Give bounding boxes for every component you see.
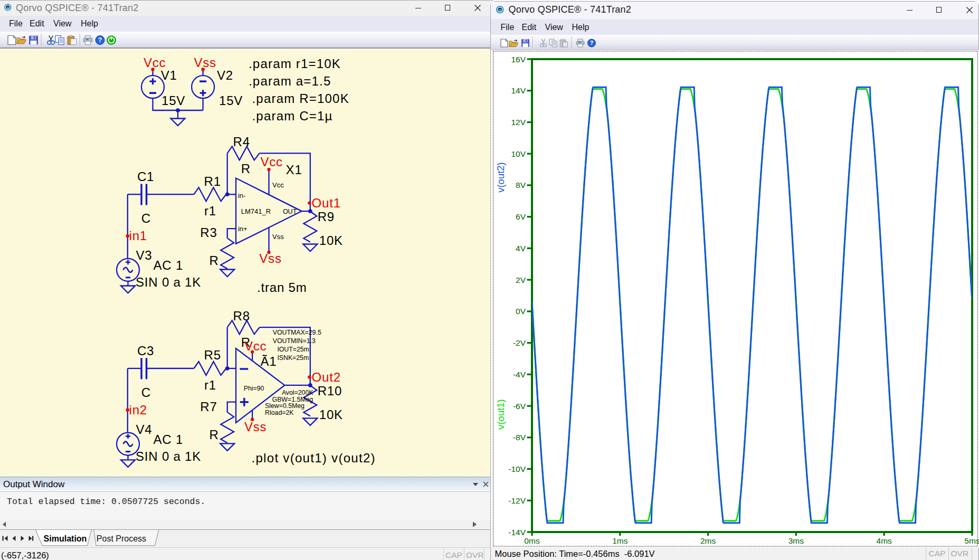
svg-text:R4: R4 xyxy=(233,135,250,149)
svg-text:X1: X1 xyxy=(286,163,302,177)
svg-text:10K: 10K xyxy=(319,407,343,422)
svg-text:4V: 4V xyxy=(516,244,526,253)
svg-text:r1: r1 xyxy=(204,204,216,218)
svg-text:?: ? xyxy=(98,36,102,44)
svg-text:V1: V1 xyxy=(161,68,177,82)
svg-text:14V: 14V xyxy=(511,86,526,95)
svg-text:-2V: -2V xyxy=(513,338,526,347)
svg-text:.param a=1.5: .param a=1.5 xyxy=(249,74,331,88)
svg-text:C3: C3 xyxy=(137,344,154,358)
svg-text:R1: R1 xyxy=(204,174,221,188)
svg-text:-12V: -12V xyxy=(508,496,526,505)
svg-text:R9: R9 xyxy=(318,210,335,224)
svg-text:.param r1=10K: .param r1=10K xyxy=(249,56,341,71)
svg-text:.tran 5m: .tran 5m xyxy=(257,280,307,295)
svg-text:R3: R3 xyxy=(200,225,217,240)
svg-text:R: R xyxy=(241,162,251,176)
svg-text:Vcc: Vcc xyxy=(272,181,284,189)
svg-text:Vss: Vss xyxy=(244,420,267,434)
svg-text:LM741_R: LM741_R xyxy=(241,207,271,215)
svg-text:VOUTMIN=1.3: VOUTMIN=1.3 xyxy=(273,337,316,345)
svg-text:VOUTMAX=29.5: VOUTMAX=29.5 xyxy=(273,329,321,336)
svg-text:Phi=90: Phi=90 xyxy=(244,385,264,392)
svg-text:R: R xyxy=(209,253,218,268)
svg-text:r1: r1 xyxy=(204,378,216,392)
svg-text:2V: 2V xyxy=(516,276,526,284)
svg-text:Vcc: Vcc xyxy=(244,339,267,353)
svg-text:-10V: -10V xyxy=(508,464,526,473)
svg-text:Vss: Vss xyxy=(194,55,216,70)
svg-text:12V: 12V xyxy=(511,118,526,127)
svg-text:0ms: 0ms xyxy=(524,536,540,545)
svg-text:Post Process: Post Process xyxy=(97,534,146,543)
svg-text:Ã1: Ã1 xyxy=(261,354,277,368)
svg-text:R8: R8 xyxy=(233,309,250,323)
svg-text:in-: in- xyxy=(238,192,245,200)
svg-text:R: R xyxy=(209,428,218,442)
svg-text:.param R=100K: .param R=100K xyxy=(252,91,349,106)
svg-text:Simulation: Simulation xyxy=(44,534,87,543)
svg-text:IOUT=25m: IOUT=25m xyxy=(277,346,309,353)
svg-text:C: C xyxy=(141,385,151,400)
svg-text:2ms: 2ms xyxy=(700,536,716,545)
svg-text:SIN 0 a 1K: SIN 0 a 1K xyxy=(136,449,201,463)
svg-text:Vss: Vss xyxy=(272,233,284,241)
svg-text:V4: V4 xyxy=(136,422,153,436)
svg-text:?: ? xyxy=(590,40,593,46)
svg-text:in2: in2 xyxy=(129,403,147,417)
svg-text:Vcc: Vcc xyxy=(261,155,283,169)
svg-text:Slew=0.5Meg: Slew=0.5Meg xyxy=(265,402,305,410)
svg-text:Out1: Out1 xyxy=(312,196,341,210)
svg-text:V3: V3 xyxy=(136,248,153,262)
svg-text:Rload=2K: Rload=2K xyxy=(265,409,294,416)
svg-text:15V: 15V xyxy=(161,93,185,108)
svg-text:-4V: -4V xyxy=(513,370,526,379)
svg-text:R7: R7 xyxy=(200,400,217,414)
svg-text:.param C=1µ: .param C=1µ xyxy=(252,109,333,123)
svg-text:q: q xyxy=(499,7,501,12)
svg-text:6V: 6V xyxy=(516,212,526,221)
svg-text:8V: 8V xyxy=(516,181,526,189)
svg-text:3ms: 3ms xyxy=(788,536,804,545)
svg-text:R5: R5 xyxy=(204,348,221,362)
svg-text:16V: 16V xyxy=(511,55,526,64)
svg-text:Out2: Out2 xyxy=(312,370,341,384)
svg-text:R10: R10 xyxy=(318,384,342,398)
svg-text:1ms: 1ms xyxy=(612,536,628,545)
svg-text:-14V: -14V xyxy=(508,528,526,537)
svg-text:10K: 10K xyxy=(319,233,343,248)
svg-text:-6V: -6V xyxy=(513,402,526,411)
svg-text:OUT: OUT xyxy=(283,208,297,215)
svg-text:AC 1: AC 1 xyxy=(154,432,184,447)
svg-text:Vss: Vss xyxy=(259,251,281,265)
svg-text:-8V: -8V xyxy=(513,433,526,442)
svg-text:v(out1): v(out1) xyxy=(495,399,506,430)
svg-text:AC 1: AC 1 xyxy=(154,258,184,272)
svg-text:v(out2): v(out2) xyxy=(495,162,506,193)
svg-text:C: C xyxy=(141,211,151,225)
svg-text:Vcc: Vcc xyxy=(144,55,166,70)
svg-text:C1: C1 xyxy=(137,169,154,184)
svg-text:SIN 0 a 1K: SIN 0 a 1K xyxy=(136,275,201,289)
svg-text:4ms: 4ms xyxy=(877,536,892,545)
svg-text:ISNK=25m: ISNK=25m xyxy=(277,354,309,362)
svg-text:0V: 0V xyxy=(516,307,526,316)
svg-text:in1: in1 xyxy=(129,229,147,243)
svg-text:10V: 10V xyxy=(511,149,526,158)
svg-text:.plot v(out1) v(out2): .plot v(out1) v(out2) xyxy=(252,451,376,465)
svg-text:V2: V2 xyxy=(217,68,233,82)
svg-text:q: q xyxy=(6,5,8,10)
svg-text:5ms: 5ms xyxy=(964,536,979,545)
svg-text:15V: 15V xyxy=(219,93,243,108)
svg-text:in+: in+ xyxy=(238,225,248,233)
